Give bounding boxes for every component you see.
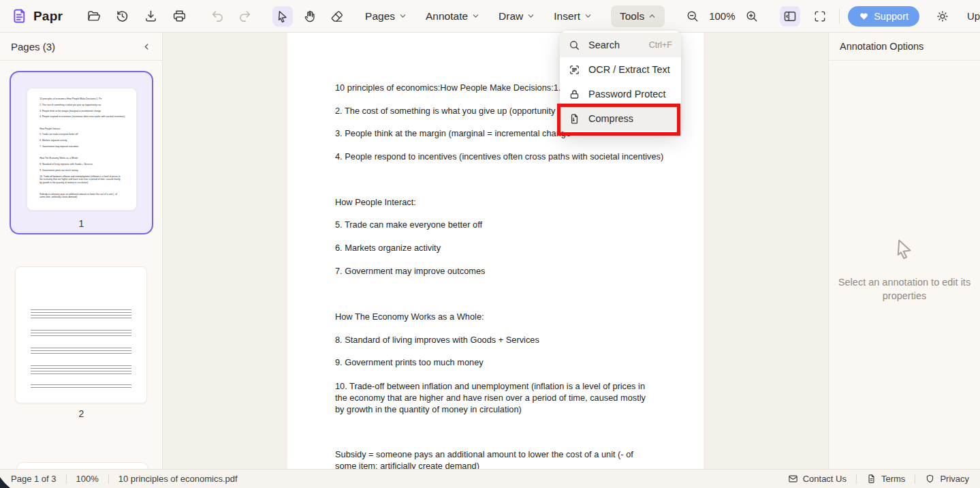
document-text-line: 3. People think at the margin (marginal … xyxy=(335,128,571,138)
chevron-down-icon xyxy=(527,12,535,20)
page-thumbnail-2[interactable]: 2 xyxy=(10,266,153,423)
envelope-icon xyxy=(788,474,798,484)
mouse-cursor-artifact xyxy=(0,476,11,488)
statusbar-divider xyxy=(915,474,915,484)
eraser-icon xyxy=(330,10,344,23)
download-button[interactable] xyxy=(140,6,161,27)
thumbnail-text-line: 10. Trade-off between inflation and unem… xyxy=(39,175,123,184)
redo-button[interactable] xyxy=(234,6,255,27)
statusbar-divider xyxy=(108,474,109,484)
eraser-tool-button[interactable] xyxy=(327,6,347,27)
thumbnail-text-line: 10 principles of economics:How People Ma… xyxy=(39,97,101,100)
shield-icon xyxy=(925,474,935,484)
menu-annotate[interactable]: Annotate xyxy=(426,10,479,22)
privacy-link[interactable]: Privacy xyxy=(925,474,969,484)
zoom-in-button[interactable] xyxy=(742,6,762,27)
footer-link-label: Terms xyxy=(881,474,905,484)
hand-tool-button[interactable] xyxy=(300,6,320,27)
top-toolbar: Papr xyxy=(0,0,980,33)
thumbnail-text-line: 8. Standard of living improves with Good… xyxy=(39,163,93,166)
annotation-options-panel: Annotation Options Select an annotation … xyxy=(828,33,980,469)
cursor-pointer-icon xyxy=(893,237,916,260)
open-file-button[interactable] xyxy=(83,6,104,27)
pages-panel-title: Pages (3) xyxy=(11,41,55,52)
page-indicator: Page 1 of 3 xyxy=(11,474,57,484)
pages-sidebar: Pages (3) 10 principles of economics:How… xyxy=(0,33,163,469)
menu-item-password-protect[interactable]: Password Protect xyxy=(560,82,681,106)
toggle-sidebar-button[interactable] xyxy=(780,6,800,27)
undo-button[interactable] xyxy=(207,6,227,27)
thumbnail-text-placeholder xyxy=(31,384,131,389)
fullscreen-icon xyxy=(813,10,827,23)
contact-us-link[interactable]: Contact Us xyxy=(788,474,847,484)
annotation-empty-text: Select an annotation to edit its propert… xyxy=(836,275,973,303)
zoom-out-icon xyxy=(686,10,699,23)
app-brand: Papr xyxy=(12,8,63,24)
thumbnail-text-line: How The Economy Works as a Whole: xyxy=(39,157,78,159)
menu-tools[interactable]: Tools xyxy=(611,5,665,27)
history-button[interactable] xyxy=(112,6,132,27)
undo-icon xyxy=(210,9,225,23)
statusbar-divider xyxy=(856,474,857,484)
document-text-line: 8. Standard of living improves with Good… xyxy=(335,335,539,345)
cursor-pointer-icon xyxy=(276,10,289,23)
thumbnail-text-line: 9. Government prints too much money xyxy=(39,169,78,172)
page-thumbnail-3[interactable] xyxy=(16,462,148,469)
menu-item-search[interactable]: Search Ctrl+F xyxy=(560,33,681,57)
document-canvas[interactable]: 10 principles of economics:How People Ma… xyxy=(163,33,828,469)
collapse-sidebar-button[interactable] xyxy=(142,42,151,51)
thumbnail-text-line: 2. The cost of something is what you giv… xyxy=(39,104,101,106)
menu-insert[interactable]: Insert xyxy=(554,10,592,22)
document-text-line: 2. The cost of something is what you giv… xyxy=(335,106,571,116)
menu-bar: Pages Annotate Draw Insert xyxy=(365,5,665,27)
menu-label: Pages xyxy=(365,10,395,22)
thumbnail-text-line: 6. Markets organize activity xyxy=(39,139,67,142)
document-text-line: 10. Trade-off between inflation and unem… xyxy=(335,380,655,415)
theme-toggle-button[interactable] xyxy=(936,10,949,23)
menu-label: Annotate xyxy=(426,10,468,22)
thumbnail-text-placeholder xyxy=(31,330,131,338)
terms-link[interactable]: Terms xyxy=(866,474,905,484)
document-text-line: 6. Markets organize activity xyxy=(335,243,441,253)
document-text-line: 10 principles of economics:How People Ma… xyxy=(335,82,574,93)
hand-icon xyxy=(303,10,317,23)
support-label: Support xyxy=(874,11,908,22)
menu-draw[interactable]: Draw xyxy=(499,10,535,22)
status-bar: Page 1 of 3 100% 10 principles of econom… xyxy=(0,469,980,488)
page-thumbnail-2-preview xyxy=(15,266,147,403)
ocr-icon xyxy=(569,64,580,76)
page-thumbnail-1[interactable]: 10 principles of economics:How People Ma… xyxy=(10,71,153,234)
thumbnail-text-line: 5. Trade can make everyone better off xyxy=(39,133,78,136)
thumbnail-text-line: Subsidy = someone pays an additional amo… xyxy=(39,193,123,199)
print-button[interactable] xyxy=(169,6,189,27)
chevron-up-icon xyxy=(648,12,656,20)
app-title: Papr xyxy=(33,9,63,24)
footer-link-label: Privacy xyxy=(940,474,969,484)
fullscreen-button[interactable] xyxy=(810,6,830,27)
menu-label: Insert xyxy=(554,10,580,22)
select-tool-button[interactable] xyxy=(272,6,293,27)
zoom-out-button[interactable] xyxy=(682,6,703,27)
open-filename: 10 principles of economics.pdf xyxy=(118,474,238,484)
page-number-label: 1 xyxy=(11,218,152,229)
support-button[interactable]: Support xyxy=(848,6,919,27)
updates-link[interactable]: Updates xyxy=(967,10,980,22)
menu-item-ocr-extract-text[interactable]: OCR / Extract Text xyxy=(560,57,681,82)
zoom-in-icon xyxy=(745,10,759,23)
sun-icon xyxy=(936,10,949,23)
menu-item-label: Search xyxy=(588,40,620,50)
chevron-down-icon xyxy=(584,12,592,20)
annotation-empty-state: Select an annotation to edit its propert… xyxy=(829,237,980,303)
document-text-line: How People Interact: xyxy=(335,197,416,207)
chevron-down-icon xyxy=(472,12,479,20)
shortcut-label: Ctrl+F xyxy=(649,40,672,50)
document-text-line: How The Economy Works as a Whole: xyxy=(335,311,484,322)
history-icon xyxy=(115,9,129,23)
document-text-line: 9. Government prints too much money xyxy=(335,357,484,367)
thumbnail-text-placeholder xyxy=(31,365,131,376)
footer-link-label: Contact Us xyxy=(803,474,847,484)
red-highlight-annotation xyxy=(557,104,680,136)
thumbnail-text-placeholder xyxy=(31,309,131,320)
menu-pages[interactable]: Pages xyxy=(365,10,407,22)
annotation-panel-title: Annotation Options xyxy=(840,41,923,52)
